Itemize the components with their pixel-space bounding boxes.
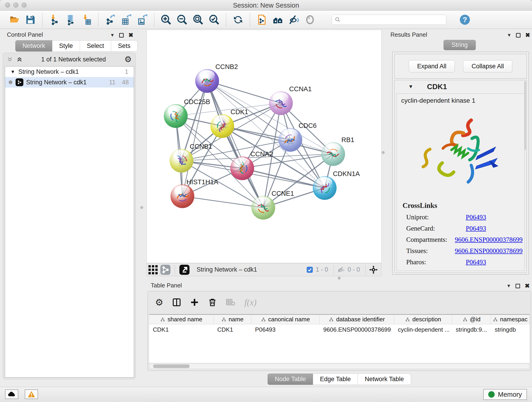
maximize-panel-icon[interactable] (516, 33, 520, 38)
network-node-RB1[interactable] (321, 142, 345, 166)
column-header-canonical-name[interactable]: canonical name (251, 315, 320, 324)
table-cell[interactable]: P06493 (251, 324, 320, 334)
hide-selected-button[interactable] (286, 13, 302, 27)
expand-all-button[interactable]: Expand All (409, 60, 455, 72)
open-session-button[interactable] (6, 13, 22, 27)
network-node-CCNB2[interactable] (195, 69, 219, 93)
export-image-button[interactable] (134, 13, 150, 27)
network-node-CDK1[interactable] (210, 114, 234, 138)
network-options-gear-icon[interactable]: ⚙ (124, 55, 132, 64)
search-input[interactable] (341, 16, 439, 23)
results-scrollbar[interactable] (524, 81, 526, 150)
function-builder-icon[interactable]: f(x) (244, 297, 257, 307)
network-node-CDKN1A[interactable] (313, 176, 336, 200)
import-table-button[interactable] (78, 13, 94, 27)
column-header-shared-name[interactable]: shared name (149, 315, 214, 324)
collection-expand-icon[interactable]: ▼ (11, 69, 15, 75)
table-cell[interactable]: stringdb (491, 324, 530, 334)
column-header-description[interactable]: description (394, 315, 452, 324)
gene-section-header[interactable]: ▼ CDK1 (394, 80, 526, 93)
table-cell[interactable]: CDK1 (149, 324, 214, 334)
float-panel-icon[interactable]: ▼ (506, 283, 511, 288)
column-header-database-identifier[interactable]: database identifier (320, 315, 394, 324)
tab-edge-table[interactable]: Edge Table (313, 374, 358, 385)
crosslink-link[interactable]: 9606.ENSP00000378699 (455, 247, 523, 255)
export-network-button[interactable] (102, 13, 118, 27)
selected-checkbox-icon[interactable] (306, 266, 313, 274)
network-row[interactable]: String Network – cdk1 11 48 (5, 77, 134, 88)
tab-node-table[interactable]: Node Table (268, 374, 313, 385)
close-panel-icon[interactable]: ✖ (128, 32, 133, 39)
scrollbar-thumb[interactable] (153, 364, 190, 368)
network-collection-row[interactable]: ▼ String Network – cdk1 1 (5, 66, 134, 77)
import-network-button[interactable] (46, 13, 62, 27)
tab-network[interactable]: Network (15, 40, 52, 51)
network-edge-CCNB2-CCNE1[interactable] (207, 81, 263, 208)
memory-button[interactable]: Memory (483, 389, 527, 400)
float-panel-icon[interactable]: ▼ (507, 32, 511, 38)
warnings-button[interactable] (25, 389, 38, 399)
network-node-CCNE1[interactable] (251, 196, 275, 220)
maximize-panel-icon[interactable] (515, 284, 520, 288)
table-cell[interactable]: cyclin-dependent ... (394, 324, 452, 334)
network-node-CCNB1[interactable] (170, 149, 193, 172)
crosslink-link[interactable]: P06493 (466, 258, 486, 266)
apply-layout-button[interactable] (230, 13, 246, 27)
zoom-in-button[interactable] (158, 13, 174, 27)
gene-collapse-icon[interactable]: ▼ (408, 84, 413, 89)
delete-table-icon[interactable] (226, 297, 236, 307)
column-header-namespac[interactable]: namespac (491, 315, 530, 324)
tab-sets[interactable]: Sets (111, 40, 138, 51)
table-options-gear-icon[interactable]: ⚙ (155, 297, 163, 307)
import-database-button[interactable] (62, 13, 78, 27)
network-node-HIST1H1A[interactable] (171, 184, 194, 208)
fit-content-button[interactable] (190, 13, 206, 27)
network-overview-button[interactable] (270, 13, 286, 27)
float-panel-icon[interactable]: ▼ (110, 32, 114, 38)
network-badge-button[interactable] (159, 263, 172, 277)
maximize-panel-icon[interactable] (119, 33, 124, 38)
save-session-button[interactable] (22, 13, 38, 27)
tab-style[interactable]: Style (52, 40, 80, 51)
tab-string[interactable]: String (443, 40, 476, 50)
crosslink-link[interactable]: P06493 (466, 213, 486, 221)
left-splitter-handle[interactable] (140, 206, 143, 209)
show-columns-icon[interactable] (172, 298, 181, 307)
table-cell[interactable]: CDK1 (214, 324, 251, 334)
birdseye-view-button[interactable] (147, 263, 159, 277)
cloud-status-button[interactable] (5, 389, 18, 399)
network-node-CCNA2[interactable] (230, 156, 254, 180)
table-cell[interactable]: stringdb:9... (452, 324, 491, 334)
network-node-CDC25B[interactable] (164, 104, 188, 128)
close-panel-icon[interactable]: ✖ (525, 32, 530, 39)
network-view[interactable]: CCNB2CCNA1CDC25BCDK1CDC6RB1CCNB1CCNA2CDK… (147, 30, 381, 263)
delete-column-trash-icon[interactable] (208, 298, 217, 307)
collapse-all-button[interactable]: Collapse All (463, 60, 512, 72)
export-table-button[interactable] (118, 13, 134, 27)
column-header-@id[interactable]: @id (452, 315, 491, 324)
zoom-out-button[interactable] (174, 13, 190, 27)
add-column-icon[interactable] (190, 298, 199, 307)
crosslink-link[interactable]: 9606.ENSP00000378699 (455, 236, 523, 243)
zoom-selected-button[interactable] (206, 13, 222, 27)
help-button[interactable]: ? (457, 13, 473, 27)
crosslink-link[interactable]: P06493 (466, 225, 486, 232)
close-panel-icon[interactable]: ✖ (525, 282, 530, 289)
show-hidden-button[interactable] (302, 13, 318, 27)
collapse-all-icon[interactable] (7, 56, 13, 63)
right-splitter-handle[interactable] (382, 151, 385, 154)
column-header-name[interactable]: name (214, 315, 251, 324)
tab-select[interactable]: Select (80, 40, 111, 51)
network-canvas[interactable]: CCNB2CCNA1CDC25BCDK1CDC6RB1CCNB1CCNA2CDK… (147, 30, 381, 263)
share-document-button[interactable] (254, 13, 270, 27)
table-row[interactable]: CDK1CDK1P064939606.ENSP00000378699cyclin… (149, 324, 530, 334)
table-cell[interactable]: 9606.ENSP00000378699 (320, 324, 394, 334)
network-node-CDC6[interactable] (278, 128, 302, 152)
pan-crosshair-icon[interactable] (369, 265, 378, 274)
bottom-splitter-handle[interactable] (338, 277, 341, 280)
tab-network-table[interactable]: Network Table (358, 374, 411, 385)
table-hscrollbar[interactable] (149, 364, 530, 369)
open-in-browser-button[interactable] (178, 263, 191, 277)
network-node-CCNA1[interactable] (269, 91, 293, 115)
search-field[interactable] (332, 15, 446, 25)
